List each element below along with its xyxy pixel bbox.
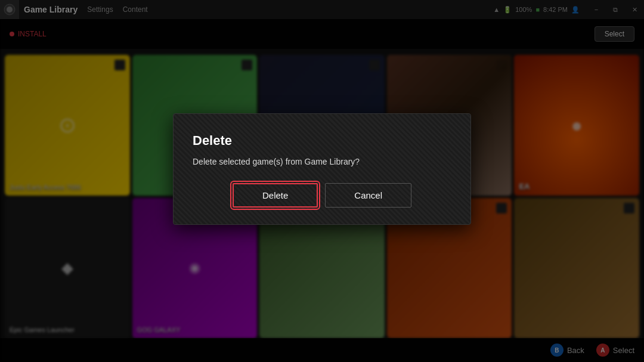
confirm-delete-button[interactable]: Delete bbox=[233, 183, 318, 208]
delete-dialog: Delete Delete selected game(s) from Game… bbox=[173, 113, 471, 225]
dialog-message: Delete selected game(s) from Game Librar… bbox=[193, 157, 451, 166]
modal-overlay: Delete Delete selected game(s) from Game… bbox=[0, 0, 644, 362]
cancel-button[interactable]: Cancel bbox=[325, 183, 411, 208]
dialog-buttons: Delete Cancel bbox=[193, 183, 451, 208]
dialog-title: Delete bbox=[193, 133, 451, 148]
